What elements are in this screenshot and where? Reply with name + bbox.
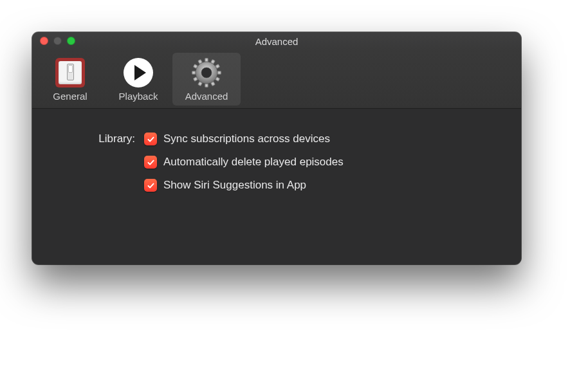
tab-general-label: General [53, 91, 87, 102]
checkbox-auto-delete[interactable] [144, 156, 157, 169]
window-controls [40, 37, 75, 45]
general-icon [55, 57, 86, 88]
svg-point-2 [201, 68, 212, 78]
option-siri-suggestions-label: Show Siri Suggestions in App [163, 177, 306, 194]
option-sync-subscriptions[interactable]: Sync subscriptions across devices [144, 131, 344, 147]
window-title: Advanced [40, 36, 513, 47]
minimize-window-button[interactable] [53, 37, 62, 45]
preferences-toolbar: General Playback [32, 50, 521, 109]
checkmark-icon [147, 158, 155, 167]
checkmark-icon [147, 181, 155, 190]
gear-icon [191, 57, 222, 88]
tab-playback-label: Playback [119, 91, 158, 102]
play-icon [123, 57, 154, 88]
option-sync-subscriptions-label: Sync subscriptions across devices [163, 131, 330, 147]
tab-advanced-label: Advanced [185, 91, 228, 102]
option-siri-suggestions[interactable]: Show Siri Suggestions in App [144, 177, 344, 194]
preferences-window: Advanced General Playback [32, 32, 521, 264]
library-section: Library: Sync subscriptions across devic… [58, 131, 495, 194]
checkbox-sync-subscriptions[interactable] [144, 133, 157, 145]
library-label: Library: [58, 131, 135, 147]
option-auto-delete-label: Automatically delete played episodes [163, 154, 344, 170]
checkbox-siri-suggestions[interactable] [144, 179, 157, 192]
option-auto-delete[interactable]: Automatically delete played episodes [144, 154, 344, 170]
tab-general[interactable]: General [36, 53, 104, 106]
preferences-content: Library: Sync subscriptions across devic… [32, 109, 521, 264]
close-window-button[interactable] [40, 37, 48, 45]
library-options: Sync subscriptions across devices Automa… [144, 131, 344, 194]
tab-advanced[interactable]: Advanced [172, 53, 241, 106]
tab-playback[interactable]: Playback [104, 53, 172, 106]
titlebar: Advanced [32, 32, 521, 50]
zoom-window-button[interactable] [67, 37, 75, 45]
checkmark-icon [147, 135, 155, 143]
